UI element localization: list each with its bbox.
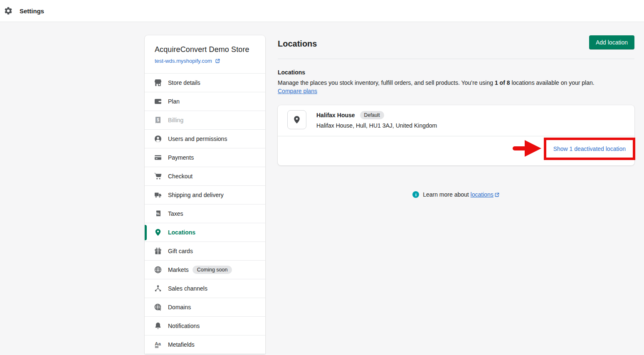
metafields-icon: Aa [154,340,162,349]
location-info: Halifax House Default Halifax House, Hul… [316,110,437,129]
svg-text:Aa: Aa [155,341,161,346]
add-location-button[interactable]: Add location [589,35,634,49]
user-circle-icon [154,135,162,143]
description-text: Manage the places you stock inventory, f… [278,79,495,86]
compare-plans-link[interactable]: Compare plans [278,88,317,94]
location-name: Halifax House [316,112,355,118]
description-text: locations available on your plan. [510,79,595,86]
sidebar-item-shipping-and-delivery[interactable]: Shipping and delivery [145,185,265,204]
sidebar-item-users-and-permissions[interactable]: Users and permissions [145,129,265,148]
location-address: Halifax House, Hull, HU1 3AJ, United Kin… [316,122,437,129]
receipt-percent-icon: % [154,210,162,218]
locations-help-link[interactable]: locations [471,191,493,198]
settings-sidebar: AcquireConvert Demo Store test-wds.mysho… [145,35,265,354]
learn-more-prefix: Learn more about [423,191,470,198]
sidebar-item-label: Sales channels [168,285,207,292]
sidebar-item-notifications[interactable]: Notifications [145,316,265,335]
map-pin-icon [292,115,301,124]
location-card-footer: Show 1 deactivated location [278,136,634,165]
sidebar-item-checkout[interactable]: Checkout [145,167,265,185]
sidebar-item-label: Shipping and delivery [168,192,224,198]
sidebar-item-label: Notifications [168,323,200,329]
cart-icon [154,172,162,180]
store-domain-link[interactable]: test-wds.myshopify.com [155,58,255,64]
gear-icon [4,6,13,15]
svg-text:$: $ [157,118,159,122]
external-link-icon [494,192,500,197]
sidebar-item-label: Gift cards [168,248,193,254]
sidebar-item-label: Markets [168,266,189,273]
network-icon [154,284,162,293]
sidebar-item-gift-cards[interactable]: Gift cards [145,242,265,260]
location-pin-icon [154,228,162,237]
sidebar-item-label: Metafields [168,341,195,348]
sidebar-item-label: Payments [168,154,194,161]
page-title: Locations [278,35,317,49]
topbar-title: Settings [20,7,44,15]
default-badge: Default [360,111,384,119]
sidebar-item-store-details[interactable]: Store details [145,73,265,92]
sidebar-item-plan[interactable]: Plan [145,92,265,111]
sidebar-item-locations[interactable]: Locations [145,223,265,242]
location-pin-box [287,110,306,129]
receipt-dollar-icon: $ [154,116,162,124]
sidebar-item-sales-channels[interactable]: Sales channels [145,279,265,298]
header-divider [278,59,634,59]
sidebar-item-metafields[interactable]: Aa Metafields [145,335,265,354]
info-icon: i [412,191,419,198]
globe-pointer-icon [154,303,162,311]
locations-section-heading: Locations [278,69,634,76]
annotation-highlight-box: Show 1 deactivated location [544,138,635,160]
location-row-halifax-house[interactable]: Halifax House Default Halifax House, Hul… [278,105,634,136]
sidebar-item-label: Locations [168,229,195,236]
coming-soon-badge: Coming soon [192,266,232,274]
sidebar-item-label: Checkout [168,173,192,180]
show-deactivated-location-link[interactable]: Show 1 deactivated location [553,145,626,152]
sidebar-item-label: Plan [168,98,180,105]
bell-icon [154,322,162,330]
sidebar-item-domains[interactable]: Domains [145,298,265,316]
wallet-icon [154,97,162,106]
topbar: Settings [0,0,644,22]
svg-text:%: % [156,211,160,216]
annotation-arrow-icon [512,140,542,157]
sidebar-item-label: Store details [168,79,200,86]
sidebar-item-label: Users and permissions [168,136,227,142]
sidebar-item-label: Taxes [168,210,183,217]
truck-icon [154,191,162,199]
usage-count: 1 of 8 [495,79,510,86]
sidebar-item-label: Billing [168,117,183,123]
active-indicator [145,225,147,240]
learn-more-footer: i Learn more about locations [278,191,634,198]
page-header: Locations Add location [278,35,634,49]
external-link-icon [215,58,220,64]
globe-icon [154,266,162,274]
sidebar-item-label: Domains [168,304,191,311]
sidebar-item-taxes[interactable]: % Taxes [145,204,265,223]
locations-settings-main: Locations Add location Locations Manage … [278,35,634,198]
store-domain-text: test-wds.myshopify.com [155,58,212,64]
sidebar-header: AcquireConvert Demo Store test-wds.mysho… [145,35,265,73]
sidebar-item-payments[interactable]: Payments [145,148,265,167]
location-card: Halifax House Default Halifax House, Hul… [278,105,634,165]
learn-more-text: Learn more about locations [423,191,500,198]
gift-icon [154,247,162,255]
sidebar-item-markets[interactable]: Markets Coming soon [145,260,265,279]
sidebar-item-billing: $ Billing [145,111,265,129]
locations-section-description: Manage the places you stock inventory, f… [278,79,619,95]
store-name: AcquireConvert Demo Store [155,45,255,54]
credit-card-icon [154,153,162,162]
store-icon [154,79,162,87]
settings-nav: Store details Plan $ Billing Users and p… [145,73,265,354]
